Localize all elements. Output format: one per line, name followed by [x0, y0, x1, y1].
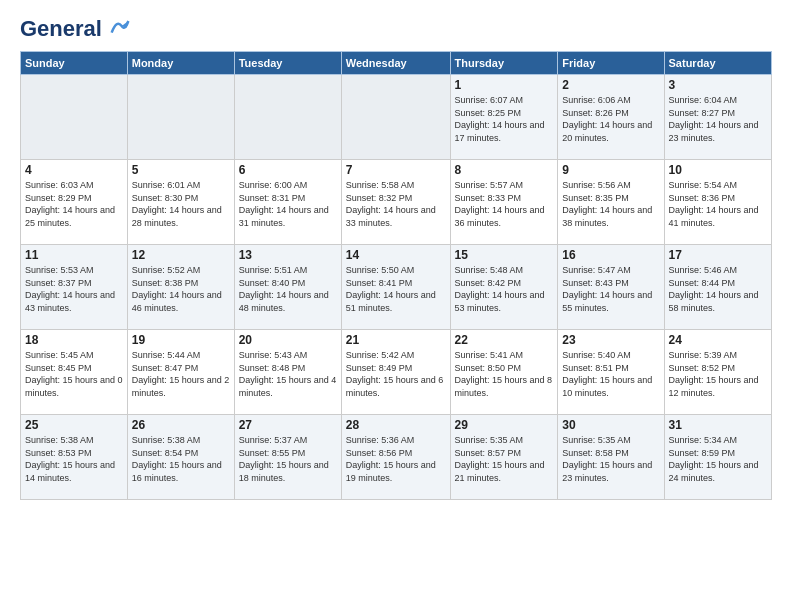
calendar-cell: 9Sunrise: 5:56 AM Sunset: 8:35 PM Daylig… — [558, 160, 664, 245]
calendar-cell: 18Sunrise: 5:45 AM Sunset: 8:45 PM Dayli… — [21, 330, 128, 415]
calendar-cell: 23Sunrise: 5:40 AM Sunset: 8:51 PM Dayli… — [558, 330, 664, 415]
day-number: 15 — [455, 248, 554, 262]
day-number: 4 — [25, 163, 123, 177]
week-row-5: 25Sunrise: 5:38 AM Sunset: 8:53 PM Dayli… — [21, 415, 772, 500]
calendar-cell — [234, 75, 341, 160]
day-info: Sunrise: 5:53 AM Sunset: 8:37 PM Dayligh… — [25, 264, 123, 314]
calendar-cell: 26Sunrise: 5:38 AM Sunset: 8:54 PM Dayli… — [127, 415, 234, 500]
calendar-cell: 21Sunrise: 5:42 AM Sunset: 8:49 PM Dayli… — [341, 330, 450, 415]
day-number: 14 — [346, 248, 446, 262]
day-info: Sunrise: 5:52 AM Sunset: 8:38 PM Dayligh… — [132, 264, 230, 314]
calendar-cell: 11Sunrise: 5:53 AM Sunset: 8:37 PM Dayli… — [21, 245, 128, 330]
calendar-cell: 29Sunrise: 5:35 AM Sunset: 8:57 PM Dayli… — [450, 415, 558, 500]
calendar-cell: 2Sunrise: 6:06 AM Sunset: 8:26 PM Daylig… — [558, 75, 664, 160]
day-info: Sunrise: 5:43 AM Sunset: 8:48 PM Dayligh… — [239, 349, 337, 399]
day-number: 19 — [132, 333, 230, 347]
calendar-cell: 16Sunrise: 5:47 AM Sunset: 8:43 PM Dayli… — [558, 245, 664, 330]
day-number: 16 — [562, 248, 659, 262]
weekday-header-friday: Friday — [558, 52, 664, 75]
calendar-cell: 31Sunrise: 5:34 AM Sunset: 8:59 PM Dayli… — [664, 415, 771, 500]
week-row-3: 11Sunrise: 5:53 AM Sunset: 8:37 PM Dayli… — [21, 245, 772, 330]
calendar-cell: 7Sunrise: 5:58 AM Sunset: 8:32 PM Daylig… — [341, 160, 450, 245]
calendar-cell — [127, 75, 234, 160]
day-info: Sunrise: 5:42 AM Sunset: 8:49 PM Dayligh… — [346, 349, 446, 399]
day-number: 29 — [455, 418, 554, 432]
calendar-cell: 8Sunrise: 5:57 AM Sunset: 8:33 PM Daylig… — [450, 160, 558, 245]
day-info: Sunrise: 5:48 AM Sunset: 8:42 PM Dayligh… — [455, 264, 554, 314]
weekday-header-row: SundayMondayTuesdayWednesdayThursdayFrid… — [21, 52, 772, 75]
day-info: Sunrise: 5:57 AM Sunset: 8:33 PM Dayligh… — [455, 179, 554, 229]
day-number: 13 — [239, 248, 337, 262]
calendar-cell: 4Sunrise: 6:03 AM Sunset: 8:29 PM Daylig… — [21, 160, 128, 245]
day-number: 1 — [455, 78, 554, 92]
day-info: Sunrise: 5:41 AM Sunset: 8:50 PM Dayligh… — [455, 349, 554, 399]
day-info: Sunrise: 5:36 AM Sunset: 8:56 PM Dayligh… — [346, 434, 446, 484]
day-number: 2 — [562, 78, 659, 92]
weekday-header-wednesday: Wednesday — [341, 52, 450, 75]
weekday-header-tuesday: Tuesday — [234, 52, 341, 75]
weekday-header-saturday: Saturday — [664, 52, 771, 75]
day-number: 11 — [25, 248, 123, 262]
day-number: 8 — [455, 163, 554, 177]
week-row-1: 1Sunrise: 6:07 AM Sunset: 8:25 PM Daylig… — [21, 75, 772, 160]
day-info: Sunrise: 5:54 AM Sunset: 8:36 PM Dayligh… — [669, 179, 767, 229]
calendar-cell: 30Sunrise: 5:35 AM Sunset: 8:58 PM Dayli… — [558, 415, 664, 500]
day-info: Sunrise: 6:03 AM Sunset: 8:29 PM Dayligh… — [25, 179, 123, 229]
day-number: 26 — [132, 418, 230, 432]
calendar-cell: 17Sunrise: 5:46 AM Sunset: 8:44 PM Dayli… — [664, 245, 771, 330]
day-info: Sunrise: 5:46 AM Sunset: 8:44 PM Dayligh… — [669, 264, 767, 314]
calendar-cell: 1Sunrise: 6:07 AM Sunset: 8:25 PM Daylig… — [450, 75, 558, 160]
day-info: Sunrise: 6:04 AM Sunset: 8:27 PM Dayligh… — [669, 94, 767, 144]
calendar-cell — [341, 75, 450, 160]
calendar-table: SundayMondayTuesdayWednesdayThursdayFrid… — [20, 51, 772, 500]
day-number: 27 — [239, 418, 337, 432]
calendar-page: General SundayMondayTuesdayWednesdayThur… — [0, 0, 792, 612]
weekday-header-sunday: Sunday — [21, 52, 128, 75]
day-number: 25 — [25, 418, 123, 432]
calendar-cell: 13Sunrise: 5:51 AM Sunset: 8:40 PM Dayli… — [234, 245, 341, 330]
day-info: Sunrise: 5:47 AM Sunset: 8:43 PM Dayligh… — [562, 264, 659, 314]
week-row-2: 4Sunrise: 6:03 AM Sunset: 8:29 PM Daylig… — [21, 160, 772, 245]
calendar-cell: 3Sunrise: 6:04 AM Sunset: 8:27 PM Daylig… — [664, 75, 771, 160]
calendar-cell: 5Sunrise: 6:01 AM Sunset: 8:30 PM Daylig… — [127, 160, 234, 245]
day-info: Sunrise: 6:00 AM Sunset: 8:31 PM Dayligh… — [239, 179, 337, 229]
day-info: Sunrise: 5:35 AM Sunset: 8:57 PM Dayligh… — [455, 434, 554, 484]
calendar-cell: 10Sunrise: 5:54 AM Sunset: 8:36 PM Dayli… — [664, 160, 771, 245]
calendar-cell: 19Sunrise: 5:44 AM Sunset: 8:47 PM Dayli… — [127, 330, 234, 415]
day-number: 31 — [669, 418, 767, 432]
logo: General — [20, 16, 130, 41]
week-row-4: 18Sunrise: 5:45 AM Sunset: 8:45 PM Dayli… — [21, 330, 772, 415]
day-info: Sunrise: 5:58 AM Sunset: 8:32 PM Dayligh… — [346, 179, 446, 229]
day-number: 20 — [239, 333, 337, 347]
day-number: 24 — [669, 333, 767, 347]
day-number: 22 — [455, 333, 554, 347]
logo-text: General — [20, 16, 130, 41]
weekday-header-monday: Monday — [127, 52, 234, 75]
day-info: Sunrise: 5:45 AM Sunset: 8:45 PM Dayligh… — [25, 349, 123, 399]
day-info: Sunrise: 5:51 AM Sunset: 8:40 PM Dayligh… — [239, 264, 337, 314]
calendar-cell: 25Sunrise: 5:38 AM Sunset: 8:53 PM Dayli… — [21, 415, 128, 500]
day-info: Sunrise: 5:39 AM Sunset: 8:52 PM Dayligh… — [669, 349, 767, 399]
day-number: 23 — [562, 333, 659, 347]
day-number: 12 — [132, 248, 230, 262]
day-info: Sunrise: 5:56 AM Sunset: 8:35 PM Dayligh… — [562, 179, 659, 229]
day-info: Sunrise: 5:38 AM Sunset: 8:54 PM Dayligh… — [132, 434, 230, 484]
day-info: Sunrise: 5:44 AM Sunset: 8:47 PM Dayligh… — [132, 349, 230, 399]
calendar-cell: 14Sunrise: 5:50 AM Sunset: 8:41 PM Dayli… — [341, 245, 450, 330]
day-number: 10 — [669, 163, 767, 177]
day-number: 17 — [669, 248, 767, 262]
day-info: Sunrise: 5:35 AM Sunset: 8:58 PM Dayligh… — [562, 434, 659, 484]
day-number: 5 — [132, 163, 230, 177]
calendar-cell: 12Sunrise: 5:52 AM Sunset: 8:38 PM Dayli… — [127, 245, 234, 330]
calendar-cell: 28Sunrise: 5:36 AM Sunset: 8:56 PM Dayli… — [341, 415, 450, 500]
header: General — [20, 16, 772, 41]
calendar-cell: 27Sunrise: 5:37 AM Sunset: 8:55 PM Dayli… — [234, 415, 341, 500]
day-info: Sunrise: 5:34 AM Sunset: 8:59 PM Dayligh… — [669, 434, 767, 484]
calendar-cell — [21, 75, 128, 160]
calendar-cell: 24Sunrise: 5:39 AM Sunset: 8:52 PM Dayli… — [664, 330, 771, 415]
day-info: Sunrise: 5:37 AM Sunset: 8:55 PM Dayligh… — [239, 434, 337, 484]
day-number: 21 — [346, 333, 446, 347]
day-number: 18 — [25, 333, 123, 347]
calendar-cell: 20Sunrise: 5:43 AM Sunset: 8:48 PM Dayli… — [234, 330, 341, 415]
day-number: 9 — [562, 163, 659, 177]
